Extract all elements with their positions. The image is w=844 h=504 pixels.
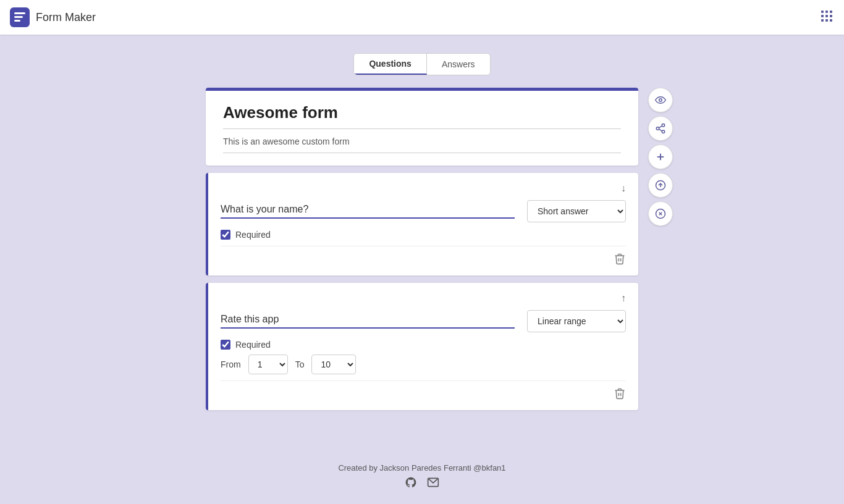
app-title: Form Maker <box>36 11 96 24</box>
svg-rect-5 <box>825 10 828 13</box>
tab-questions[interactable]: Questions <box>354 54 426 75</box>
close-button[interactable] <box>648 201 673 226</box>
svg-rect-10 <box>821 19 824 22</box>
required-row-1: Required <box>221 230 626 240</box>
type-select-2[interactable]: Short answer Long answer Multiple choice… <box>527 310 626 332</box>
svg-rect-11 <box>825 19 828 22</box>
range-from-select[interactable]: 0 1 <box>248 355 288 374</box>
svg-point-14 <box>662 124 665 127</box>
card-bottom-bar-2 <box>221 380 626 403</box>
type-select-1[interactable]: Short answer Long answer Multiple choice… <box>527 200 626 222</box>
grid-menu-button[interactable] <box>819 9 834 26</box>
required-row-2: Required <box>221 340 626 350</box>
email-icon[interactable] <box>427 476 439 492</box>
svg-line-18 <box>659 126 662 128</box>
form-header-card: Awesome form This is an awesome custom f… <box>206 88 638 166</box>
tabs-container: Questions Answers <box>353 53 490 75</box>
eye-icon <box>655 94 666 106</box>
question-label-2: Rate this app <box>221 314 515 329</box>
x-circle-icon <box>655 208 666 219</box>
card-bottom-bar-1 <box>221 246 626 268</box>
app-logo <box>10 7 30 27</box>
range-to-label: To <box>295 359 305 369</box>
main-content: Questions Answers Awesome form This is a… <box>0 35 844 453</box>
svg-rect-3 <box>14 20 20 22</box>
question-row-1: What is your name? Short answer Long ans… <box>221 200 626 222</box>
svg-rect-6 <box>830 10 832 13</box>
range-to-select[interactable]: 2 3 4 5 6 7 8 9 10 <box>311 355 356 374</box>
form-title: Awesome form <box>223 103 621 129</box>
card-top-bar-2: ↑ <box>221 293 626 304</box>
linear-range-row: From 0 1 To 2 3 4 5 6 7 8 9 10 <box>221 355 626 374</box>
preview-button[interactable] <box>648 88 673 112</box>
svg-rect-1 <box>14 12 25 14</box>
share-icon <box>655 123 666 134</box>
svg-line-17 <box>659 129 662 131</box>
required-label-2: Required <box>235 340 271 350</box>
arrow-up-circle-icon <box>655 180 666 191</box>
plus-icon <box>655 151 666 162</box>
required-checkbox-2[interactable] <box>221 340 230 350</box>
add-question-button[interactable] <box>648 145 673 169</box>
form-container: Awesome form This is an awesome custom f… <box>206 88 638 418</box>
range-from-label: From <box>221 359 241 369</box>
arrow-up-icon[interactable]: ↑ <box>621 293 626 304</box>
svg-rect-4 <box>821 10 824 13</box>
svg-rect-8 <box>825 15 828 17</box>
side-toolbar <box>648 88 673 226</box>
arrow-down-icon[interactable]: ↓ <box>621 183 626 194</box>
question-label-1: What is your name? <box>221 204 515 219</box>
footer-text: Created by Jackson Paredes Ferranti @bkf… <box>0 463 844 472</box>
trash-icon-1 <box>614 253 626 265</box>
question-row-2: Rate this app Short answer Long answer M… <box>221 310 626 332</box>
github-icon[interactable] <box>405 476 417 492</box>
footer-icons <box>0 476 844 492</box>
form-description: This is an awesome custom form <box>223 136 621 153</box>
grid-icon <box>819 9 834 23</box>
delete-button-2[interactable] <box>614 387 626 403</box>
required-label-1: Required <box>235 230 271 240</box>
svg-rect-2 <box>14 16 23 18</box>
required-checkbox-1[interactable] <box>221 230 230 240</box>
svg-point-15 <box>656 127 659 130</box>
question-card-2: ↑ Rate this app Short answer Long answer… <box>206 283 638 410</box>
tab-answers[interactable]: Answers <box>427 54 490 75</box>
question-card-1: ↓ What is your name? Short answer Long a… <box>206 173 638 275</box>
header-left: Form Maker <box>10 7 96 27</box>
svg-rect-12 <box>830 19 832 22</box>
share-button[interactable] <box>648 116 673 141</box>
trash-icon-2 <box>614 387 626 400</box>
footer: Created by Jackson Paredes Ferranti @bkf… <box>0 453 844 504</box>
svg-rect-7 <box>821 15 824 17</box>
delete-button-1[interactable] <box>614 253 626 268</box>
header: Form Maker <box>0 0 844 35</box>
move-up-button[interactable] <box>648 173 673 198</box>
svg-point-16 <box>662 130 665 133</box>
svg-point-13 <box>659 99 662 102</box>
svg-rect-9 <box>830 15 832 17</box>
card-top-bar-1: ↓ <box>221 183 626 194</box>
